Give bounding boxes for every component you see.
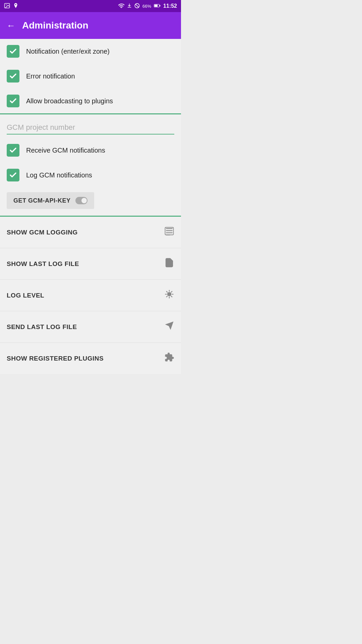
menu-item-show-gcm-logging[interactable]: SHOW GCM LOGGING xyxy=(0,217,181,248)
gcm-project-number-input[interactable] xyxy=(7,121,174,135)
content-area: Notification (enter/exit zone) Error not… xyxy=(0,39,181,374)
svg-point-2 xyxy=(121,7,122,8)
checkbox-label-receive-gcm: Receive GCM notifications xyxy=(26,147,105,154)
gcm-input-row xyxy=(0,114,181,138)
eye-dot xyxy=(81,198,87,203)
file-icon xyxy=(164,258,174,270)
checkbox-label-notify-zone: Notification (enter/exit zone) xyxy=(26,48,110,55)
show-last-log-file-label: SHOW LAST LOG FILE xyxy=(7,260,79,268)
page-title: Administration xyxy=(22,20,88,31)
download-icon xyxy=(127,3,132,9)
checkbox-label-log-gcm: Log GCM notifications xyxy=(26,171,92,179)
image-icon xyxy=(4,3,10,10)
show-registered-plugins-label: SHOW REGISTERED PLUGINS xyxy=(7,355,104,362)
blocked-icon xyxy=(134,3,140,9)
status-time: 11:52 xyxy=(163,3,177,9)
bug-icon xyxy=(164,289,174,302)
checkbox-label-error-notify: Error notification xyxy=(26,72,75,80)
checkbox-row-receive-gcm[interactable]: Receive GCM notifications xyxy=(0,138,181,163)
svg-rect-6 xyxy=(155,4,158,6)
battery-percentage: 66% xyxy=(142,4,151,9)
checkbox-row-notify-zone[interactable]: Notification (enter/exit zone) xyxy=(0,39,181,64)
svg-rect-7 xyxy=(160,5,160,6)
get-gcm-api-key-button[interactable]: GET GCM-API-KEY xyxy=(7,192,94,209)
api-key-button-label: GET GCM-API-KEY xyxy=(13,197,71,204)
svg-point-1 xyxy=(6,4,6,5)
send-last-log-file-label: SEND LAST LOG FILE xyxy=(7,323,77,331)
checkbox-notify-zone[interactable] xyxy=(7,45,19,58)
show-gcm-logging-label: SHOW GCM LOGGING xyxy=(7,229,78,236)
svg-line-4 xyxy=(135,4,139,7)
menu-item-show-registered-plugins[interactable]: SHOW REGISTERED PLUGINS xyxy=(0,343,181,374)
eye-toggle-icon[interactable] xyxy=(75,197,87,204)
wifi-icon xyxy=(118,3,124,9)
svg-rect-10 xyxy=(166,232,173,233)
send-icon xyxy=(164,321,174,333)
menu-item-show-last-log-file[interactable]: SHOW LAST LOG FILE xyxy=(0,248,181,280)
checkbox-row-error-notify[interactable]: Error notification xyxy=(0,64,181,89)
status-left-icons xyxy=(4,3,18,10)
menu-item-log-level[interactable]: LOG LEVEL xyxy=(0,280,181,311)
menu-list: SHOW GCM LOGGING SHOW LAST LOG FILE xyxy=(0,217,181,374)
api-key-row: GET GCM-API-KEY xyxy=(0,187,181,216)
svg-rect-16 xyxy=(168,292,171,296)
svg-rect-9 xyxy=(166,230,173,231)
checkbox-error-notify[interactable] xyxy=(7,70,19,83)
checkbox-label-broadcast-plugins: Allow broadcasting to plugins xyxy=(26,97,113,105)
location-icon xyxy=(13,3,18,10)
menu-item-send-last-log-file[interactable]: SEND LAST LOG FILE xyxy=(0,311,181,343)
log-level-label: LOG LEVEL xyxy=(7,292,44,299)
plugin-icon xyxy=(164,352,174,365)
checkbox-row-broadcast-plugins[interactable]: Allow broadcasting to plugins xyxy=(0,89,181,113)
status-bar: 66% 11:52 xyxy=(0,0,181,12)
checkbox-receive-gcm[interactable] xyxy=(7,144,19,157)
svg-rect-8 xyxy=(166,228,173,229)
checkbox-broadcast-plugins[interactable] xyxy=(7,95,19,107)
battery-icon xyxy=(154,3,161,9)
list-icon xyxy=(164,226,174,238)
app-bar: ← Administration xyxy=(0,12,181,39)
checkbox-row-log-gcm[interactable]: Log GCM notifications xyxy=(0,163,181,187)
checkbox-log-gcm[interactable] xyxy=(7,169,19,181)
back-button[interactable]: ← xyxy=(7,20,15,31)
